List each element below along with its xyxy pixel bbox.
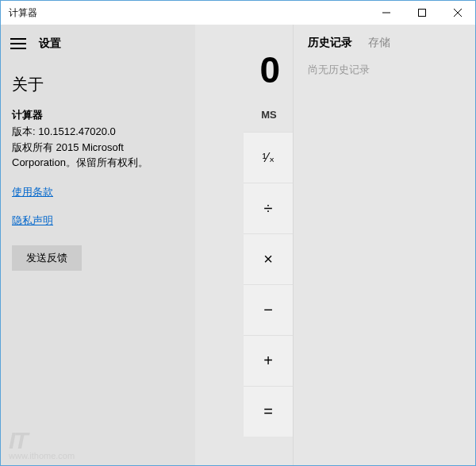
history-tabs: 历史记录 存储 (308, 36, 461, 50)
calculator-main: 0 MS ¹⁄ₓ ÷ × − + = (195, 25, 293, 465)
terms-link[interactable]: 使用条款 (12, 185, 53, 199)
reciprocal-button[interactable]: ¹⁄ₓ (244, 132, 293, 183)
privacy-link[interactable]: 隐私声明 (12, 214, 53, 228)
window-controls (368, 1, 475, 25)
operator-column: ¹⁄ₓ ÷ × − + = (244, 132, 293, 465)
settings-header: 设置 (1, 25, 195, 63)
history-panel: 历史记录 存储 尚无历史记录 (293, 25, 475, 465)
display-value: 0 (195, 25, 293, 98)
plus-button[interactable]: + (244, 335, 293, 386)
equals-button[interactable]: = (244, 386, 293, 437)
close-button[interactable] (440, 1, 475, 25)
version-text: 版本: 10.1512.47020.0 (12, 124, 184, 140)
divide-button[interactable]: ÷ (244, 183, 293, 233)
hamburger-icon[interactable] (10, 38, 26, 49)
memory-store-button[interactable]: MS (245, 102, 293, 127)
tab-history[interactable]: 历史记录 (308, 36, 352, 50)
titlebar: 计算器 (1, 1, 475, 25)
content-area: 设置 关于 计算器 版本: 10.1512.47020.0 版权所有 2015 … (1, 25, 475, 465)
app-window: 计算器 设置 关于 计算器 版本: 10.1512. (0, 0, 476, 466)
app-name: 计算器 (12, 108, 184, 122)
tab-memory[interactable]: 存储 (368, 36, 390, 50)
window-title: 计算器 (1, 6, 368, 20)
minus-button[interactable]: − (244, 284, 293, 335)
history-empty-text: 尚无历史记录 (308, 63, 461, 77)
multiply-button[interactable]: × (244, 233, 293, 284)
about-section: 关于 计算器 版本: 10.1512.47020.0 版权所有 2015 Mic… (1, 63, 195, 271)
copyright-text-2: Corporation。保留所有权利。 (12, 155, 184, 171)
copyright-text-1: 版权所有 2015 Microsoft (12, 140, 184, 156)
about-heading: 关于 (12, 74, 184, 95)
settings-panel: 设置 关于 计算器 版本: 10.1512.47020.0 版权所有 2015 … (1, 25, 195, 465)
maximize-button[interactable] (404, 1, 440, 25)
minimize-button[interactable] (368, 1, 404, 25)
svg-rect-1 (418, 10, 425, 17)
settings-title: 设置 (39, 37, 61, 51)
calculator-area: 0 MS ¹⁄ₓ ÷ × − + = 历史记录 (195, 25, 475, 465)
feedback-button[interactable]: 发送反馈 (12, 245, 82, 271)
memory-row: MS (195, 98, 293, 132)
